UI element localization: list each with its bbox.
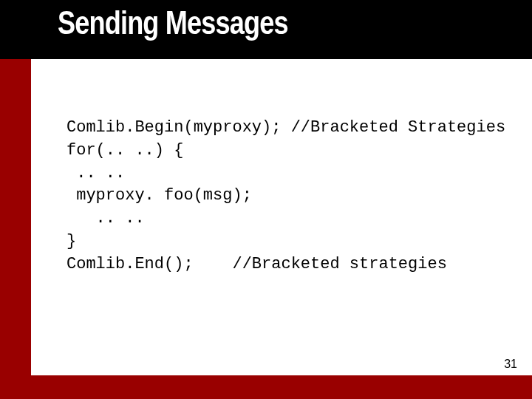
slide-title: Sending Messages bbox=[58, 4, 288, 41]
code-line: Comlib.End(); //Bracketed strategies bbox=[66, 255, 447, 273]
code-line: for(.. ..) { bbox=[66, 141, 183, 160]
code-line: Comlib.Begin(myproxy); //Bracketed Strat… bbox=[66, 118, 505, 137]
code-block: Comlib.Begin(myproxy); //Bracketed Strat… bbox=[66, 117, 502, 276]
code-line: } bbox=[66, 232, 76, 250]
code-line: myproxy. foo(msg); bbox=[66, 186, 252, 205]
code-line: .. .. bbox=[66, 164, 125, 183]
page-number: 31 bbox=[504, 358, 517, 371]
left-accent-bar bbox=[0, 59, 31, 377]
code-line: .. .. bbox=[66, 209, 145, 228]
slide: Sending Messages Comlib.Begin(myproxy); … bbox=[0, 0, 532, 399]
bottom-accent-bar bbox=[0, 375, 532, 399]
